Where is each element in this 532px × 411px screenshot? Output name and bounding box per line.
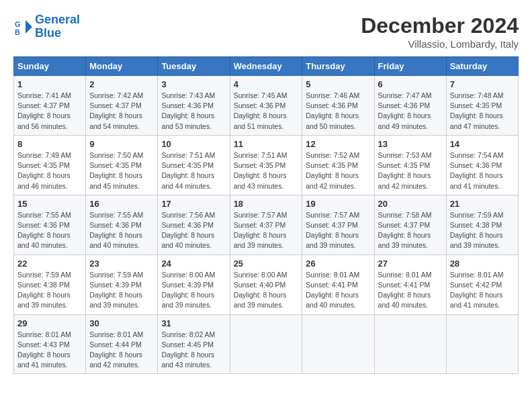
list-item [302, 314, 374, 374]
day-info: Sunrise: 7:55 AMSunset: 4:36 PMDaylight:… [89, 210, 154, 251]
day-number: 25 [234, 259, 299, 269]
list-item: 3Sunrise: 7:43 AMSunset: 4:36 PMDaylight… [158, 76, 230, 136]
day-number: 26 [306, 259, 370, 269]
day-number: 8 [17, 139, 82, 149]
list-item: 28Sunrise: 8:01 AMSunset: 4:42 PMDayligh… [446, 255, 518, 314]
svg-text:B: B [15, 28, 20, 36]
list-item: 20Sunrise: 7:58 AMSunset: 4:37 PMDayligh… [374, 195, 446, 255]
list-item: 15Sunrise: 7:55 AMSunset: 4:36 PMDayligh… [14, 195, 86, 255]
day-number: 16 [89, 199, 154, 209]
day-number: 5 [306, 79, 370, 89]
day-info: Sunrise: 7:57 AMSunset: 4:37 PMDaylight:… [234, 210, 299, 251]
list-item: 30Sunrise: 8:01 AMSunset: 4:44 PMDayligh… [86, 314, 158, 374]
day-info: Sunrise: 7:53 AMSunset: 4:35 PMDaylight:… [378, 150, 443, 191]
col-wednesday: Wednesday [230, 57, 302, 76]
calendar-table: Sunday Monday Tuesday Wednesday Thursday… [13, 56, 519, 374]
day-info: Sunrise: 7:58 AMSunset: 4:37 PMDaylight:… [378, 210, 443, 251]
day-info: Sunrise: 7:51 AMSunset: 4:35 PMDaylight:… [234, 150, 299, 191]
day-number: 9 [89, 139, 154, 149]
day-number: 20 [378, 199, 443, 209]
table-row: 22Sunrise: 7:59 AMSunset: 4:38 PMDayligh… [14, 255, 519, 314]
day-number: 19 [306, 199, 370, 209]
day-info: Sunrise: 7:54 AMSunset: 4:36 PMDaylight:… [450, 150, 515, 191]
day-info: Sunrise: 8:01 AMSunset: 4:43 PMDaylight:… [17, 330, 82, 371]
month-title: December 2024 [361, 13, 519, 38]
day-info: Sunrise: 7:47 AMSunset: 4:36 PMDaylight:… [378, 91, 443, 132]
col-friday: Friday [374, 57, 446, 76]
list-item: 26Sunrise: 8:01 AMSunset: 4:41 PMDayligh… [302, 255, 374, 314]
day-info: Sunrise: 7:48 AMSunset: 4:35 PMDaylight:… [450, 91, 515, 132]
day-number: 17 [161, 199, 226, 209]
day-info: Sunrise: 8:01 AMSunset: 4:42 PMDaylight:… [450, 270, 515, 311]
col-tuesday: Tuesday [158, 57, 230, 76]
list-item: 22Sunrise: 7:59 AMSunset: 4:38 PMDayligh… [14, 255, 86, 314]
title-area: December 2024 Villassio, Lombardy, Italy [361, 13, 519, 50]
header: G B General Blue December 2024 Villassio… [13, 13, 519, 50]
day-number: 18 [234, 199, 299, 209]
list-item: 14Sunrise: 7:54 AMSunset: 4:36 PMDayligh… [446, 135, 518, 195]
day-number: 3 [161, 79, 226, 89]
col-monday: Monday [86, 57, 158, 76]
list-item: 29Sunrise: 8:01 AMSunset: 4:43 PMDayligh… [14, 314, 86, 374]
list-item: 17Sunrise: 7:56 AMSunset: 4:36 PMDayligh… [158, 195, 230, 255]
day-info: Sunrise: 7:59 AMSunset: 4:38 PMDaylight:… [17, 270, 82, 311]
day-number: 27 [378, 259, 443, 269]
logo-icon: G B [13, 17, 32, 36]
day-info: Sunrise: 7:57 AMSunset: 4:37 PMDaylight:… [306, 210, 370, 251]
day-info: Sunrise: 7:41 AMSunset: 4:37 PMDaylight:… [17, 91, 82, 132]
header-row: Sunday Monday Tuesday Wednesday Thursday… [14, 57, 519, 76]
day-info: Sunrise: 8:00 AMSunset: 4:39 PMDaylight:… [161, 270, 226, 311]
day-info: Sunrise: 8:01 AMSunset: 4:41 PMDaylight:… [378, 270, 443, 311]
location-subtitle: Villassio, Lombardy, Italy [361, 38, 519, 50]
list-item: 12Sunrise: 7:52 AMSunset: 4:35 PMDayligh… [302, 135, 374, 195]
logo-text: General Blue [35, 13, 80, 40]
day-number: 28 [450, 259, 515, 269]
table-row: 1Sunrise: 7:41 AMSunset: 4:37 PMDaylight… [14, 76, 519, 136]
day-info: Sunrise: 7:55 AMSunset: 4:36 PMDaylight:… [17, 210, 82, 251]
day-info: Sunrise: 7:49 AMSunset: 4:35 PMDaylight:… [17, 150, 82, 191]
day-number: 10 [161, 139, 226, 149]
day-number: 7 [450, 79, 515, 89]
list-item [230, 314, 302, 374]
list-item: 21Sunrise: 7:59 AMSunset: 4:38 PMDayligh… [446, 195, 518, 255]
list-item: 5Sunrise: 7:46 AMSunset: 4:36 PMDaylight… [302, 76, 374, 136]
list-item: 23Sunrise: 7:59 AMSunset: 4:39 PMDayligh… [86, 255, 158, 314]
day-number: 15 [17, 199, 82, 209]
day-number: 31 [161, 318, 226, 328]
day-number: 30 [89, 318, 154, 328]
day-info: Sunrise: 8:01 AMSunset: 4:44 PMDaylight:… [89, 330, 154, 371]
list-item: 8Sunrise: 7:49 AMSunset: 4:35 PMDaylight… [14, 135, 86, 195]
day-info: Sunrise: 7:50 AMSunset: 4:35 PMDaylight:… [89, 150, 154, 191]
day-number: 14 [450, 139, 515, 149]
day-number: 4 [234, 79, 299, 89]
list-item [374, 314, 446, 374]
day-number: 6 [378, 79, 443, 89]
col-saturday: Saturday [446, 57, 518, 76]
list-item: 9Sunrise: 7:50 AMSunset: 4:35 PMDaylight… [86, 135, 158, 195]
list-item: 24Sunrise: 8:00 AMSunset: 4:39 PMDayligh… [158, 255, 230, 314]
list-item: 11Sunrise: 7:51 AMSunset: 4:35 PMDayligh… [230, 135, 302, 195]
day-number: 24 [161, 259, 226, 269]
day-number: 21 [450, 199, 515, 209]
list-item [446, 314, 518, 374]
day-number: 12 [306, 139, 370, 149]
list-item: 25Sunrise: 8:00 AMSunset: 4:40 PMDayligh… [230, 255, 302, 314]
svg-marker-2 [26, 20, 32, 34]
list-item: 27Sunrise: 8:01 AMSunset: 4:41 PMDayligh… [374, 255, 446, 314]
logo: G B General Blue [13, 13, 80, 40]
day-info: Sunrise: 7:46 AMSunset: 4:36 PMDaylight:… [306, 91, 370, 132]
list-item: 16Sunrise: 7:55 AMSunset: 4:36 PMDayligh… [86, 195, 158, 255]
list-item: 19Sunrise: 7:57 AMSunset: 4:37 PMDayligh… [302, 195, 374, 255]
day-info: Sunrise: 7:52 AMSunset: 4:35 PMDaylight:… [306, 150, 370, 191]
list-item: 7Sunrise: 7:48 AMSunset: 4:35 PMDaylight… [446, 76, 518, 136]
list-item: 4Sunrise: 7:45 AMSunset: 4:36 PMDaylight… [230, 76, 302, 136]
day-info: Sunrise: 8:00 AMSunset: 4:40 PMDaylight:… [234, 270, 299, 311]
list-item: 1Sunrise: 7:41 AMSunset: 4:37 PMDaylight… [14, 76, 86, 136]
col-sunday: Sunday [14, 57, 86, 76]
day-info: Sunrise: 7:59 AMSunset: 4:38 PMDaylight:… [450, 210, 515, 251]
day-info: Sunrise: 7:42 AMSunset: 4:37 PMDaylight:… [89, 91, 154, 132]
day-number: 11 [234, 139, 299, 149]
day-number: 2 [89, 79, 154, 89]
table-row: 29Sunrise: 8:01 AMSunset: 4:43 PMDayligh… [14, 314, 519, 374]
table-row: 15Sunrise: 7:55 AMSunset: 4:36 PMDayligh… [14, 195, 519, 255]
